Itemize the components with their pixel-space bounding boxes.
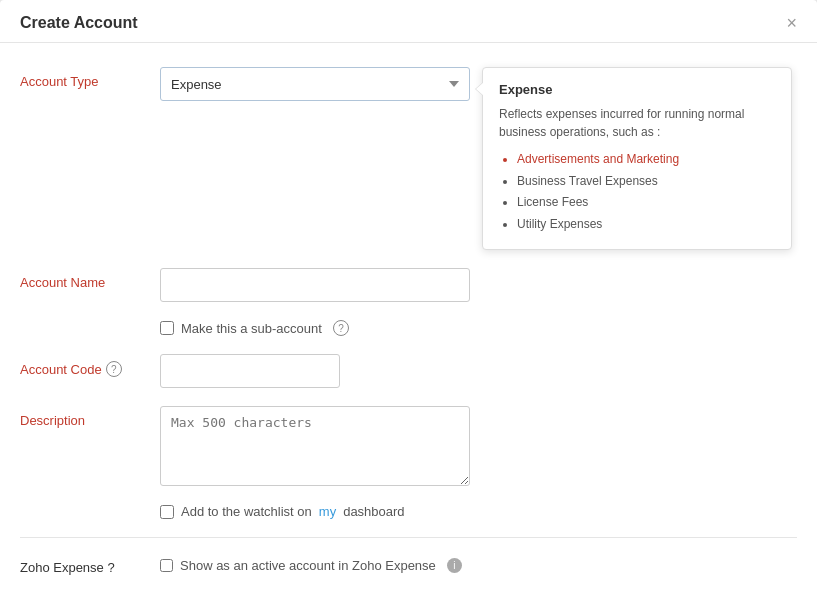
watchlist-row: Add to the watchlist on my dashboard — [160, 504, 797, 519]
tooltip-item-4: Utility Expenses — [517, 214, 775, 236]
watchlist-link[interactable]: my — [319, 504, 336, 519]
zoho-checkbox-area: Show as an active account in Zoho Expens… — [160, 558, 462, 573]
tooltip-description: Reflects expenses incurred for running n… — [499, 105, 775, 141]
zoho-expense-row: Zoho Expense ? Show as an active account… — [20, 556, 797, 575]
sub-account-label: Make this a sub-account — [181, 321, 322, 336]
tooltip-title: Expense — [499, 82, 775, 97]
description-control-area — [160, 406, 797, 486]
create-account-modal: Create Account × Account Type Expense Ex… — [0, 0, 817, 605]
account-code-input[interactable] — [160, 354, 340, 388]
account-type-row: Account Type Expense Expense Reflects ex… — [20, 67, 797, 250]
account-name-input[interactable] — [160, 268, 470, 302]
account-type-control-area: Expense Expense Reflects expenses incurr… — [160, 67, 797, 250]
expense-tooltip: Expense Reflects expenses incurred for r… — [482, 67, 792, 250]
account-code-help-icon[interactable]: ? — [106, 361, 122, 377]
zoho-section-label: Zoho Expense ? — [20, 556, 160, 575]
watchlist-label-after: dashboard — [343, 504, 404, 519]
description-row: Description — [20, 406, 797, 486]
tooltip-item-3: License Fees — [517, 192, 775, 214]
zoho-checkbox[interactable] — [160, 559, 173, 572]
close-button[interactable]: × — [786, 14, 797, 32]
sub-account-checkbox[interactable] — [160, 321, 174, 335]
modal-body: Account Type Expense Expense Reflects ex… — [0, 43, 817, 605]
account-name-label: Account Name — [20, 268, 160, 290]
modal-title: Create Account — [20, 14, 138, 32]
account-code-label: Account Code ? — [20, 354, 160, 377]
tooltip-item-2: Business Travel Expenses — [517, 171, 775, 193]
description-textarea[interactable] — [160, 406, 470, 486]
account-type-select[interactable]: Expense — [160, 67, 470, 101]
zoho-checkbox-label: Show as an active account in Zoho Expens… — [180, 558, 436, 573]
tooltip-item-1: Advertisements and Marketing — [517, 149, 775, 171]
modal-header: Create Account × — [0, 0, 817, 43]
sub-account-help-icon[interactable]: ? — [333, 320, 349, 336]
section-divider — [20, 537, 797, 538]
zoho-info-icon[interactable]: i — [447, 558, 462, 573]
tooltip-list: Advertisements and Marketing Business Tr… — [499, 149, 775, 235]
description-label: Description — [20, 406, 160, 428]
account-type-label: Account Type — [20, 67, 160, 89]
account-code-control-area — [160, 354, 797, 388]
account-code-row: Account Code ? — [20, 354, 797, 388]
watchlist-label-before: Add to the watchlist on — [181, 504, 312, 519]
account-name-control-area — [160, 268, 797, 302]
watchlist-checkbox[interactable] — [160, 505, 174, 519]
sub-account-row: Make this a sub-account ? — [160, 320, 797, 336]
account-name-row: Account Name — [20, 268, 797, 302]
